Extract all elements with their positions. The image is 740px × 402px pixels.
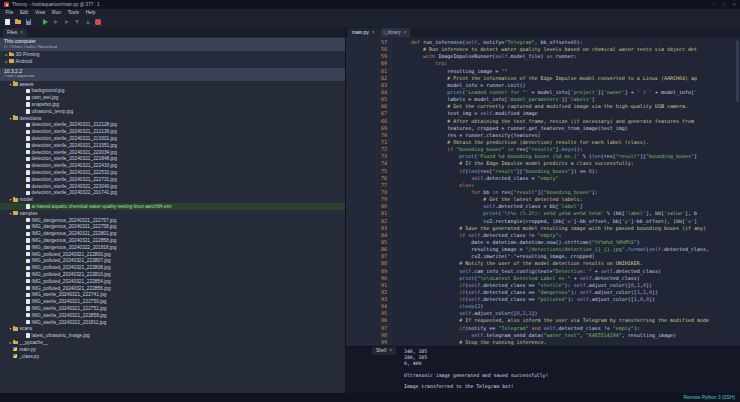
editor-tab-i-library[interactable]: i_library× xyxy=(380,28,411,37)
tree-item-img-dangerous-20240321-222801-jpg[interactable]: IMG_dangerous_20240321_222801.jpg xyxy=(0,230,345,237)
close-tab-icon[interactable]: × xyxy=(20,30,23,36)
tree-item-detection-sterile-20240322-201741-jpg[interactable]: detection_sterile_20240322_201741.jpg xyxy=(0,190,345,197)
tree-item-img-dangerous-20240322-201818-jpg[interactable]: IMG_dangerous_20240322_201818.jpg xyxy=(0,244,345,251)
tree-item--pycache-[interactable]: ▸__pycache__ xyxy=(0,339,345,346)
tree-item-samples[interactable]: ▾samples xyxy=(0,210,345,217)
step-into-button[interactable] xyxy=(74,19,81,26)
tree-item-img-dangerous-20240321-222858-jpg[interactable]: IMG_dangerous_20240321_222858.jpg xyxy=(0,237,345,244)
menu-edit[interactable]: Edit xyxy=(17,9,32,17)
menu-help[interactable]: Help xyxy=(82,9,99,17)
tree-item-background-jpg[interactable]: background.jpg xyxy=(0,88,345,95)
code-line: 81 print('\t%s (%.2f): x=%d y=%d w=%d h=… xyxy=(346,210,740,217)
interpreter-status[interactable]: Remote Python 3 (SSH) xyxy=(684,395,735,400)
close-tab-icon[interactable]: × xyxy=(372,30,375,36)
step-out-button[interactable] xyxy=(84,19,91,26)
file-icon xyxy=(26,320,30,324)
tree-item-detection-sterile-20240321-222433-jpg[interactable]: detection_sterile_20240321_222433.jpg xyxy=(0,162,345,169)
editor-scrollbar[interactable] xyxy=(736,40,739,102)
tree-item-android[interactable]: ▸Android xyxy=(0,58,345,65)
menu-view[interactable]: View xyxy=(32,9,49,17)
line-number: 60 xyxy=(346,60,392,67)
tree-item-latest-ultrasonic-image-jpg[interactable]: latest_ultrasonic_image.jpg xyxy=(0,332,345,339)
code-text: date = datetime.datetime.now().strftime(… xyxy=(392,239,640,246)
code-text: features, cropped = runner.get_features_… xyxy=(392,125,628,132)
step-over-button[interactable] xyxy=(63,19,70,26)
tree-item-img-dangerous-20240321-222758-jpg[interactable]: IMG_dangerous_20240321_222758.jpg xyxy=(0,224,345,231)
tree-item-img-sterile-20240321-222858-jpg[interactable]: IMG_sterile_20240321_222858.jpg xyxy=(0,312,345,319)
new-file-icon xyxy=(5,19,10,25)
remote-files-header[interactable]: 10.3.2.2 / root / aquarium xyxy=(0,68,345,81)
shell-tab[interactable]: Shell × xyxy=(372,347,396,355)
minimize-button[interactable]: ─ xyxy=(713,0,716,9)
stop-button[interactable] xyxy=(95,19,102,26)
tree-item-label: background.jpg xyxy=(32,88,65,93)
tree-item-model[interactable]: ▾model xyxy=(0,196,345,203)
tree-item-assets[interactable]: ▾assets xyxy=(0,81,345,88)
tree-item-detection-sterile-20240321-212128-jpg[interactable]: detection_sterile_20240321_212128.jpg xyxy=(0,122,345,129)
code-editor[interactable]: 57 def run_inference(self, notify="Teleg… xyxy=(346,37,740,346)
tree-item-img-polluted-20240321-222808-jpg[interactable]: IMG_polluted_20240321_222808.jpg xyxy=(0,264,345,271)
tree-item-ai-based-aquatic-chemical-water-quality-[interactable]: ai-based-aquatic-chemical-water-quality-… xyxy=(0,203,345,210)
tree-item-3d-printing[interactable]: ▸3D Printing xyxy=(0,51,345,58)
tree-item-detection-sterile-20240321-222532-jpg[interactable]: detection_sterile_20240321_222532.jpg xyxy=(0,169,345,176)
folder-icon xyxy=(13,82,18,86)
tree-item-detection-sterile-20240321-221848-jpg[interactable]: detection_sterile_20240321_221848.jpg xyxy=(0,156,345,163)
tree-item-img-sterile-20240321-222741-jpg[interactable]: IMG_sterile_20240321_222741.jpg xyxy=(0,291,345,298)
shell-line: Ultrasonic image generated and saved suc… xyxy=(404,373,548,379)
tree-item-img-sterile-20240322-201811-jpg[interactable]: IMG_sterile_20240322_201811.jpg xyxy=(0,319,345,326)
files-tab[interactable]: Files × xyxy=(3,28,27,37)
open-folder-button[interactable] xyxy=(15,19,22,26)
local-files-list: ▸3D Printing▸Android xyxy=(0,51,345,65)
tree-item-img-polluted-20240321-222854-jpg[interactable]: IMG_polluted_20240321_222854.jpg xyxy=(0,278,345,285)
new-file-button[interactable] xyxy=(4,19,11,26)
file-icon xyxy=(26,245,30,249)
editor-tab-main-py[interactable]: main.py× xyxy=(348,28,379,37)
tree-item-detections[interactable]: ▾detections xyxy=(0,115,345,122)
tree-item-img-polluted-20240321-222856-jpg[interactable]: IMG_polluted_20240321_222856.jpg xyxy=(0,285,345,292)
tree-item-scans[interactable]: ▾scans xyxy=(0,325,345,332)
tree-item-img-sterile-20240321-222750-jpg[interactable]: IMG_sterile_20240321_222750.jpg xyxy=(0,298,345,305)
tree-item-snapshot-jpg[interactable]: snapshot.jpg xyxy=(0,101,345,108)
close-tab-icon[interactable]: × xyxy=(403,30,406,36)
menu-file[interactable]: File xyxy=(2,9,17,17)
debug-button[interactable] xyxy=(53,19,60,26)
code-line: 94 sleep(2) xyxy=(346,303,740,310)
code-line: 72 if "bounding_boxes" in res["results"]… xyxy=(346,146,740,153)
save-button[interactable] xyxy=(25,19,32,26)
file-icon xyxy=(26,123,30,127)
code-line: 95 self.adjust_color([0,1,1]) xyxy=(346,310,740,317)
code-text: # Print the information of the Edge Impu… xyxy=(392,75,697,82)
window-controls: ─ ▢ ✕ xyxy=(713,0,736,9)
close-tab-icon[interactable]: × xyxy=(389,348,392,354)
tree-item--class-py[interactable]: _class.py xyxy=(0,353,345,360)
run-button[interactable] xyxy=(42,19,49,26)
tree-item-img-polluted-20240321-222807-jpg[interactable]: IMG_polluted_20240321_222807.jpg xyxy=(0,258,345,265)
tree-item-label: detection_sterile_20240321_223040.jpg xyxy=(32,184,117,189)
tree-item-main-py[interactable]: main.py xyxy=(0,346,345,353)
tree-item-img-dangerous-20240321-222757-jpg[interactable]: IMG_dangerous_20240321_222757.jpg xyxy=(0,217,345,224)
close-button[interactable]: ✕ xyxy=(732,0,736,9)
tree-item-detection-sterile-20240321-213351-jpg[interactable]: detection_sterile_20240321_213351.jpg xyxy=(0,142,345,149)
line-number: 88 xyxy=(346,260,392,267)
tree-item-cam-wet-jpg[interactable]: cam_wet.jpg xyxy=(0,94,345,101)
tree-item-detection-sterile-20240321-213301-jpg[interactable]: detection_sterile_20240321_213301.jpg xyxy=(0,135,345,142)
maximize-button[interactable]: ▢ xyxy=(722,0,726,9)
tree-item-detection-sterile-20240321-222731-jpg[interactable]: detection_sterile_20240321_222731.jpg xyxy=(0,176,345,183)
line-number: 79 xyxy=(346,196,392,203)
tree-item-img-sterile-20240321-222751-jpg[interactable]: IMG_sterile_20240321_222751.jpg xyxy=(0,305,345,312)
tree-item-ultrasonic-temp-jpg[interactable]: ultrasonic_temp.jpg xyxy=(0,108,345,115)
menu-run[interactable]: Run xyxy=(49,9,65,17)
code-line: 98 self.telegram_send_data("water_test",… xyxy=(346,332,740,339)
local-files-header[interactable]: This computer C: \ Users \ kallu \ Nextc… xyxy=(0,38,345,51)
tree-item-img-polluted-20240321-222810-jpg[interactable]: IMG_polluted_20240321_222810.jpg xyxy=(0,271,345,278)
tree-item-detection-sterile-20240321-223040-jpg[interactable]: detection_sterile_20240321_223040.jpg xyxy=(0,183,345,190)
line-number: 77 xyxy=(346,182,392,189)
tree-item-detection-sterile-20240321-212139-jpg[interactable]: detection_sterile_20240321_212139.jpg xyxy=(0,128,345,135)
local-files-path: C: \ Users \ kallu \ Nextcloud xyxy=(4,45,345,50)
tree-item-label: IMG_polluted_20240321_222807.jpg xyxy=(32,258,111,263)
tree-item-img-polluted-20240321-222800-jpg[interactable]: IMG_polluted_20240321_222800.jpg xyxy=(0,251,345,258)
menu-tools[interactable]: Tools xyxy=(64,9,82,17)
line-number: 71 xyxy=(346,139,392,146)
tree-item-detection-sterile-20240321-220034-jpg[interactable]: detection_sterile_20240321_220034.jpg xyxy=(0,149,345,156)
code-line: 64 print('Loaded runner for "' + model_i… xyxy=(346,89,740,96)
